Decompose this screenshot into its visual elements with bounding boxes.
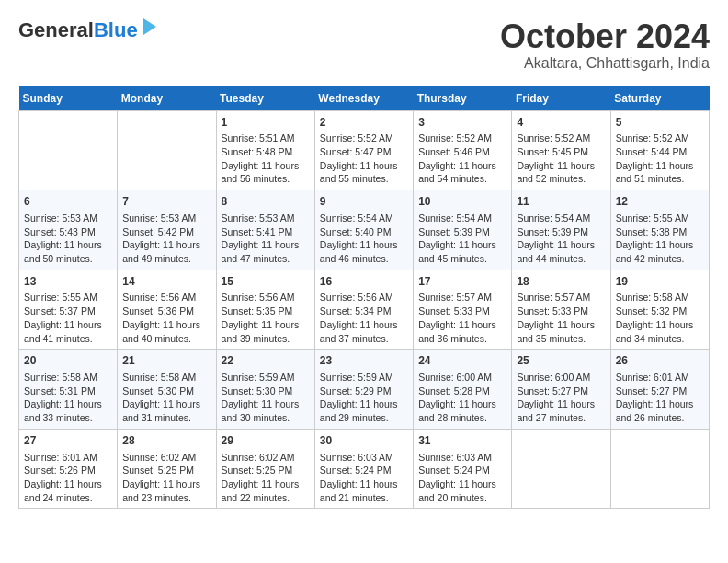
day-number: 8 [222, 194, 310, 210]
cell-info: Sunrise: 5:52 AM [616, 132, 704, 145]
calendar-cell: 24Sunrise: 6:00 AMSunset: 5:28 PMDayligh… [414, 350, 512, 430]
cell-info: Sunrise: 5:55 AM [24, 291, 112, 304]
cell-info: Daylight: 11 hours and 30 minutes. [222, 397, 310, 424]
cell-info: Daylight: 11 hours and 24 minutes. [24, 477, 112, 504]
calendar-cell: 31Sunrise: 6:03 AMSunset: 5:24 PMDayligh… [414, 429, 512, 509]
calendar-cell: 17Sunrise: 5:57 AMSunset: 5:33 PMDayligh… [414, 270, 512, 350]
day-number: 16 [320, 274, 408, 290]
calendar-cell: 23Sunrise: 5:59 AMSunset: 5:29 PMDayligh… [314, 350, 413, 430]
calendar-cell: 3Sunrise: 5:52 AMSunset: 5:46 PMDaylight… [414, 110, 512, 190]
header-sunday: Sunday [19, 86, 118, 111]
cell-info: Daylight: 11 hours and 47 minutes. [222, 238, 310, 265]
cell-info: Sunrise: 6:01 AM [616, 371, 704, 385]
cell-info: Sunset: 5:39 PM [517, 225, 605, 239]
calendar-cell [19, 110, 118, 190]
calendar-cell: 18Sunrise: 5:57 AMSunset: 5:33 PMDayligh… [512, 270, 610, 350]
header-saturday: Saturday [610, 86, 709, 111]
cell-info: Sunset: 5:25 PM [222, 464, 310, 477]
day-number: 17 [418, 274, 506, 290]
day-number: 22 [222, 353, 310, 369]
day-number: 15 [222, 274, 310, 290]
cell-info: Sunset: 5:29 PM [320, 385, 408, 398]
week-row-4: 20Sunrise: 5:58 AMSunset: 5:31 PMDayligh… [19, 350, 710, 430]
cell-info: Sunset: 5:39 PM [418, 225, 506, 239]
calendar-cell: 1Sunrise: 5:51 AMSunset: 5:48 PMDaylight… [216, 110, 314, 190]
cell-info: Sunset: 5:41 PM [222, 225, 310, 239]
cell-info: Sunset: 5:31 PM [24, 385, 112, 398]
cell-info: Sunset: 5:35 PM [222, 304, 310, 318]
day-number: 26 [616, 353, 704, 369]
cell-info: Sunrise: 5:56 AM [122, 291, 210, 304]
calendar-cell: 7Sunrise: 5:53 AMSunset: 5:42 PMDaylight… [118, 190, 216, 270]
calendar-cell: 20Sunrise: 5:58 AMSunset: 5:31 PMDayligh… [19, 350, 118, 430]
cell-info: Daylight: 11 hours and 39 minutes. [222, 318, 310, 345]
cell-info: Daylight: 11 hours and 49 minutes. [122, 238, 210, 265]
calendar-cell [512, 429, 610, 509]
day-number: 25 [517, 353, 605, 369]
cell-info: Sunrise: 6:02 AM [222, 451, 310, 465]
calendar-cell: 9Sunrise: 5:54 AMSunset: 5:40 PMDaylight… [314, 190, 413, 270]
calendar-cell: 28Sunrise: 6:02 AMSunset: 5:25 PMDayligh… [118, 429, 216, 509]
day-number: 19 [616, 274, 704, 290]
cell-info: Sunrise: 5:53 AM [222, 212, 310, 225]
header-thursday: Thursday [414, 86, 512, 111]
cell-info: Daylight: 11 hours and 23 minutes. [122, 477, 210, 504]
calendar-cell: 16Sunrise: 5:56 AMSunset: 5:34 PMDayligh… [314, 270, 413, 350]
header-friday: Friday [512, 86, 610, 111]
cell-info: Sunrise: 5:58 AM [122, 371, 210, 385]
day-number: 1 [222, 115, 310, 131]
cell-info: Sunset: 5:36 PM [122, 304, 210, 318]
cell-info: Sunset: 5:27 PM [616, 385, 704, 398]
cell-info: Sunset: 5:43 PM [24, 225, 112, 239]
cell-info: Sunrise: 5:54 AM [320, 212, 408, 225]
header-tuesday: Tuesday [216, 86, 314, 111]
cell-info: Daylight: 11 hours and 41 minutes. [24, 318, 112, 345]
cell-info: Sunset: 5:32 PM [616, 304, 704, 318]
cell-info: Daylight: 11 hours and 44 minutes. [517, 238, 605, 265]
cell-info: Daylight: 11 hours and 50 minutes. [24, 238, 112, 265]
calendar-cell: 8Sunrise: 5:53 AMSunset: 5:41 PMDaylight… [216, 190, 314, 270]
day-number: 18 [517, 274, 605, 290]
header-wednesday: Wednesday [314, 86, 413, 111]
cell-info: Daylight: 11 hours and 20 minutes. [418, 477, 506, 504]
calendar-cell: 2Sunrise: 5:52 AMSunset: 5:47 PMDaylight… [314, 110, 413, 190]
cell-info: Daylight: 11 hours and 40 minutes. [122, 318, 210, 345]
cell-info: Sunrise: 5:53 AM [24, 212, 112, 225]
cell-info: Sunset: 5:46 PM [418, 145, 506, 159]
calendar-cell: 13Sunrise: 5:55 AMSunset: 5:37 PMDayligh… [19, 270, 118, 350]
cell-info: Sunrise: 5:52 AM [418, 132, 506, 145]
day-number: 5 [616, 115, 704, 131]
week-row-5: 27Sunrise: 6:01 AMSunset: 5:26 PMDayligh… [19, 429, 710, 509]
cell-info: Sunset: 5:44 PM [616, 145, 704, 159]
cell-info: Daylight: 11 hours and 52 minutes. [517, 159, 605, 186]
cell-info: Sunset: 5:24 PM [418, 464, 506, 477]
cell-info: Sunrise: 5:59 AM [222, 371, 310, 385]
calendar-cell: 30Sunrise: 6:03 AMSunset: 5:24 PMDayligh… [314, 429, 413, 509]
day-number: 4 [517, 115, 605, 131]
calendar-cell [610, 429, 709, 509]
calendar-cell: 19Sunrise: 5:58 AMSunset: 5:32 PMDayligh… [610, 270, 709, 350]
cell-info: Sunset: 5:30 PM [122, 385, 210, 398]
day-number: 9 [320, 194, 408, 210]
logo-arrow-icon [143, 18, 156, 35]
calendar-header-row: SundayMondayTuesdayWednesdayThursdayFrid… [19, 86, 710, 111]
cell-info: Sunrise: 6:02 AM [122, 451, 210, 465]
cell-info: Sunrise: 5:58 AM [24, 371, 112, 385]
cell-info: Sunrise: 5:55 AM [616, 212, 704, 225]
day-number: 2 [320, 115, 408, 131]
calendar-table: SundayMondayTuesdayWednesdayThursdayFrid… [18, 86, 710, 510]
cell-info: Sunrise: 5:58 AM [616, 291, 704, 304]
calendar-cell: 4Sunrise: 5:52 AMSunset: 5:45 PMDaylight… [512, 110, 610, 190]
calendar-cell: 14Sunrise: 5:56 AMSunset: 5:36 PMDayligh… [118, 270, 216, 350]
day-number: 10 [418, 194, 506, 210]
cell-info: Sunrise: 6:00 AM [517, 371, 605, 385]
cell-info: Sunset: 5:34 PM [320, 304, 408, 318]
week-row-1: 1Sunrise: 5:51 AMSunset: 5:48 PMDaylight… [19, 110, 710, 190]
day-number: 6 [24, 194, 112, 210]
cell-info: Sunrise: 5:52 AM [517, 132, 605, 145]
cell-info: Sunset: 5:42 PM [122, 225, 210, 239]
cell-info: Sunrise: 5:59 AM [320, 371, 408, 385]
cell-info: Sunset: 5:25 PM [122, 464, 210, 477]
header-monday: Monday [118, 86, 216, 111]
day-number: 30 [320, 433, 408, 449]
